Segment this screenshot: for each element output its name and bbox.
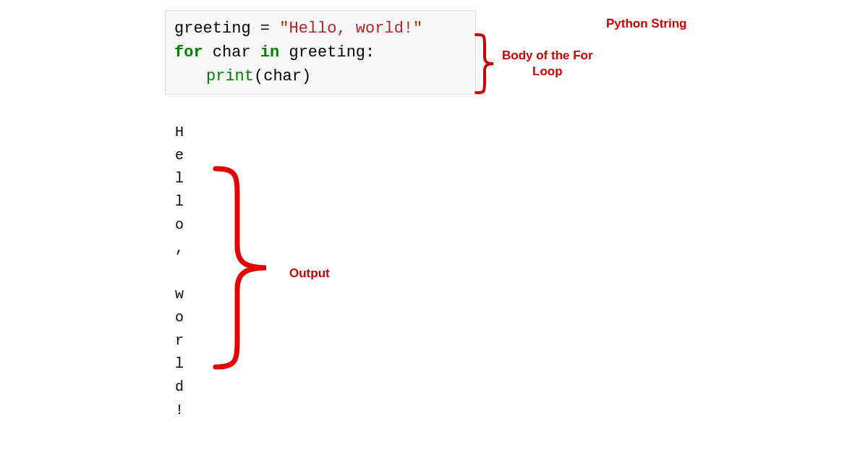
output-char: w — [175, 283, 184, 306]
print-function: print — [206, 67, 254, 85]
print-arg: char — [263, 67, 302, 85]
close-paren: ) — [302, 67, 311, 85]
code-line-3: print(char) — [174, 64, 467, 88]
output-char: H — [175, 121, 184, 144]
output-char: o — [175, 306, 184, 329]
output-char: e — [175, 144, 184, 167]
output-char: d — [175, 376, 184, 399]
string-literal: "Hello, world!" — [279, 20, 422, 38]
output-char: o — [175, 214, 184, 237]
equals-operator: = — [251, 20, 280, 38]
iterable-name: greeting — [289, 43, 365, 62]
annotation-python-string: Python String — [606, 17, 686, 31]
code-line-2: for char in greeting: — [174, 41, 467, 64]
for-keyword: for — [174, 43, 203, 62]
output-block: H e l l o , w o r l d ! — [175, 121, 184, 422]
output-char: l — [175, 190, 184, 214]
variable-greeting: greeting — [174, 20, 251, 38]
output-char: l — [175, 167, 184, 190]
output-char: l — [175, 352, 184, 376]
brace-large-icon — [210, 163, 275, 373]
code-line-1: greeting = "Hello, world!" — [174, 17, 467, 41]
loop-variable: char — [213, 43, 251, 62]
output-char: ! — [175, 399, 184, 422]
annotation-output: Output — [289, 266, 330, 281]
brace-small-icon — [473, 32, 499, 96]
annotation-body-loop: Body of the For Loop — [502, 48, 593, 80]
annotation-body-line1: Body of the For — [502, 48, 593, 62]
annotation-body-line2: Loop — [532, 64, 563, 78]
python-code-block: greeting = "Hello, world!" for char in g… — [165, 10, 476, 95]
colon: : — [365, 43, 375, 62]
output-char — [175, 260, 184, 283]
output-char: r — [175, 329, 184, 352]
in-keyword: in — [260, 43, 279, 62]
output-char: , — [175, 237, 184, 260]
open-paren: ( — [254, 67, 263, 85]
